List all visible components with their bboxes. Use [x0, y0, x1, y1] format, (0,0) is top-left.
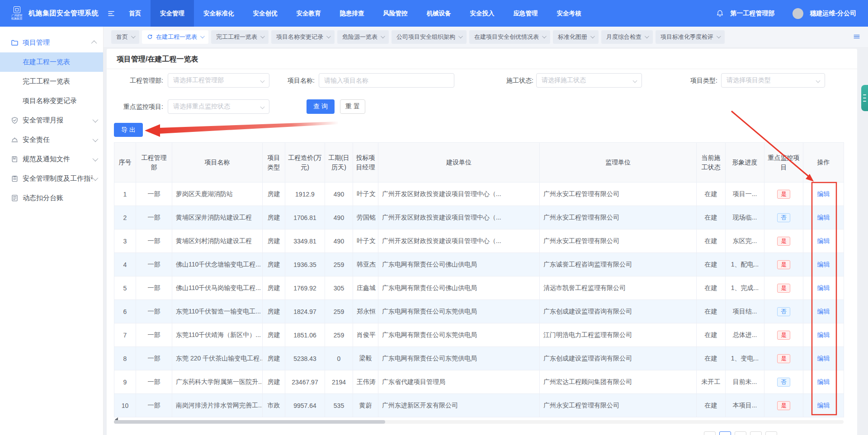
cell-actions: 编辑: [803, 394, 844, 417]
edit-link[interactable]: 编辑: [817, 237, 830, 244]
sidebar-item[interactable]: 安全管理月报: [0, 111, 103, 130]
cell-manager: 庄鑫城: [353, 276, 378, 300]
type-filter-select[interactable]: 请选择项目类型: [721, 73, 825, 88]
pagination-page-button[interactable]: 1: [719, 431, 731, 435]
cell-dept: 一部: [136, 229, 172, 253]
nav-item[interactable]: 安全创优: [244, 0, 287, 27]
cell-actions: 编辑: [803, 370, 844, 394]
table-row: 1一部萝岗区天鹿湖消防站房建1912.9490叶子文广州开发区财政投资建设项目管…: [114, 182, 844, 206]
edit-link[interactable]: 编辑: [817, 402, 830, 409]
cell-name: 东莞110千伏靖海（新区中）...: [172, 323, 263, 347]
notification-bell-icon[interactable]: [716, 9, 724, 17]
tab[interactable]: 项目标准化季度检评: [656, 30, 725, 44]
edit-link[interactable]: 编辑: [817, 214, 830, 221]
floating-panel-handle[interactable]: [861, 85, 868, 111]
tab[interactable]: 危险源一览表: [337, 30, 389, 44]
cell-owner: 广州开发区财政投资建设项目管理中心（...: [378, 206, 540, 229]
column-header-manager: 投标项目经理: [353, 143, 378, 182]
pagination-page-button[interactable]: 3: [750, 431, 762, 435]
edit-link[interactable]: 编辑: [817, 261, 830, 268]
tab-chevron-down-icon[interactable]: [590, 34, 595, 38]
cell-monitor: 是: [764, 253, 803, 276]
tab[interactable]: 月度综合检查: [601, 30, 653, 44]
tab[interactable]: 在建工程一览表: [142, 30, 208, 44]
tab-chevron-down-icon[interactable]: [260, 34, 265, 38]
status-filter-select[interactable]: 请选择施工状态: [536, 73, 642, 88]
nav-item[interactable]: 安全考核: [547, 0, 591, 27]
sidebar-item[interactable]: 完工工程一览表: [0, 72, 103, 91]
cell-type: 房建: [263, 276, 285, 300]
user-avatar[interactable]: [793, 8, 803, 19]
cell-name: 南岗河排涝片排水管网完善工...: [172, 394, 263, 417]
sidebar-item-label: 项目管理: [23, 38, 93, 47]
cell-manager: 黄蔚: [353, 394, 378, 417]
nav-item[interactable]: 安全投入: [461, 0, 504, 27]
edit-link[interactable]: 编辑: [817, 331, 830, 338]
refresh-icon[interactable]: [147, 34, 153, 40]
tab[interactable]: 首页: [111, 30, 139, 44]
cell-manager: 王伟涛: [353, 370, 378, 394]
nav-item[interactable]: 隐患排查: [330, 0, 374, 27]
monitor-badge: 是: [777, 237, 790, 246]
cell-owner: 广州东进新区开发有限公司: [378, 394, 540, 417]
tab-actions-icon[interactable]: [853, 33, 861, 42]
edit-link[interactable]: 编辑: [817, 308, 830, 315]
tab-chevron-down-icon[interactable]: [542, 34, 547, 38]
sidebar-item[interactable]: 项目名称变更记录: [0, 91, 103, 111]
tab-chevron-down-icon[interactable]: [131, 34, 136, 38]
nav-item[interactable]: 安全标准化: [194, 0, 244, 27]
tab-chevron-down-icon[interactable]: [645, 34, 649, 38]
cell-cost: 23467.97: [285, 370, 325, 394]
pagination-prev-button[interactable]: ‹: [704, 431, 716, 435]
pagination-next-button[interactable]: ›: [765, 431, 777, 435]
dept-filter-select[interactable]: 请选择工程管理部: [168, 73, 269, 88]
tab-chevron-down-icon[interactable]: [326, 34, 331, 38]
tab-chevron-down-icon[interactable]: [200, 34, 205, 38]
reset-button[interactable]: 重 置: [340, 99, 365, 114]
sidebar-collapse-icon[interactable]: [103, 0, 119, 27]
tab[interactable]: 在建项目安全创优情况表: [469, 30, 550, 44]
tab[interactable]: 公司项目安全组织架构: [392, 30, 467, 44]
edit-link[interactable]: 编辑: [817, 284, 830, 291]
department-label[interactable]: 第一工程管理部: [730, 9, 774, 18]
tab[interactable]: 项目名称变更记录: [271, 30, 335, 44]
tab-chevron-down-icon[interactable]: [381, 34, 385, 38]
table-row: 10一部南岗河排涝片排水管网完善工...市政9957.64535黄蔚广州东进新区…: [114, 394, 844, 417]
sidebar-item[interactable]: 在建工程一览表: [0, 52, 103, 72]
horizontal-scrollbar-thumb[interactable]: [114, 420, 385, 424]
edit-link[interactable]: 编辑: [817, 190, 830, 197]
tab[interactable]: 完工工程一览表: [211, 30, 269, 44]
tab-chevron-down-icon[interactable]: [717, 34, 721, 38]
pagination-page-button[interactable]: 2: [735, 431, 746, 435]
sidebar-item-label: 在建工程一览表: [23, 58, 97, 66]
sidebar-item[interactable]: 安全责任: [0, 130, 103, 150]
tab[interactable]: 标准化图册: [553, 30, 599, 44]
tab-chevron-down-icon[interactable]: [458, 34, 463, 38]
cell-seq: 10: [114, 394, 136, 417]
cell-dept: 一部: [136, 206, 172, 229]
monitor-filter-placeholder: 请选择重点监控状态: [173, 103, 230, 111]
export-button[interactable]: 导 出: [114, 123, 143, 137]
nav-item[interactable]: 机械设备: [417, 0, 461, 27]
search-button[interactable]: 查 询: [307, 99, 335, 114]
edit-link[interactable]: 编辑: [817, 378, 830, 385]
edit-link[interactable]: 编辑: [817, 355, 830, 362]
nav-item[interactable]: 安全教育: [287, 0, 330, 27]
sidebar-item[interactable]: 动态扣分台账: [0, 188, 103, 208]
nav-item[interactable]: 应急管理: [504, 0, 547, 27]
sidebar-item[interactable]: 规范及通知文件: [0, 150, 103, 169]
monitor-filter-select[interactable]: 请选择重点监控状态: [168, 99, 269, 114]
cell-duration: 490: [325, 182, 353, 206]
monitor-filter-label: 重点监控项目:: [113, 99, 163, 114]
sidebar-item[interactable]: 项目管理: [0, 33, 103, 52]
nav-item[interactable]: 首页: [119, 0, 151, 27]
nav-item[interactable]: 风险管控: [374, 0, 417, 27]
dept-filter-label: 工程管理部:: [113, 73, 163, 88]
nav-item[interactable]: 安全管理: [151, 0, 194, 27]
name-filter-input[interactable]: [319, 73, 454, 88]
sidebar-item[interactable]: 安全管理制度及工作指引: [0, 169, 103, 188]
tab-label: 项目标准化季度检评: [660, 33, 713, 41]
horizontal-scrollbar-track[interactable]: [114, 420, 844, 424]
user-name[interactable]: 穗建运维-分公司: [810, 9, 856, 18]
column-header-owner: 建设单位: [378, 143, 540, 182]
